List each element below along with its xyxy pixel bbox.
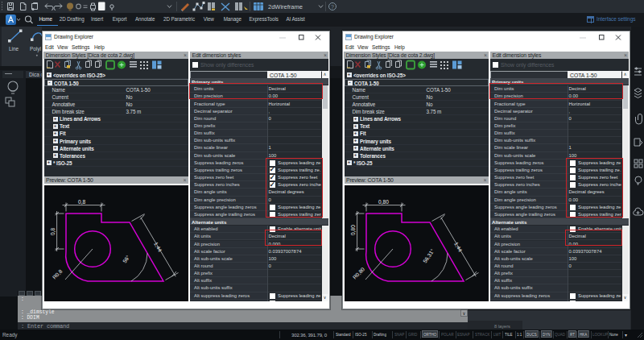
svg-text:0,80: 0,80 bbox=[378, 198, 389, 204]
svg-text:1,44: 1,44 bbox=[453, 241, 464, 253]
svg-text:Polyl: Polyl bbox=[30, 46, 41, 52]
svg-text:0,80: 0,80 bbox=[349, 224, 355, 234]
svg-text:?: ? bbox=[331, 4, 334, 10]
svg-text:R0,80: R0,80 bbox=[351, 266, 365, 280]
svg-text:0,8: 0,8 bbox=[78, 198, 85, 204]
svg-text:56,31°: 56,31° bbox=[422, 247, 436, 263]
svg-text:0,8: 0,8 bbox=[49, 227, 55, 234]
svg-text:Line: Line bbox=[9, 46, 19, 52]
svg-text:56°: 56° bbox=[122, 254, 131, 263]
svg-text:R0,8: R0,8 bbox=[51, 267, 63, 280]
svg-text:1,44: 1,44 bbox=[153, 241, 163, 253]
